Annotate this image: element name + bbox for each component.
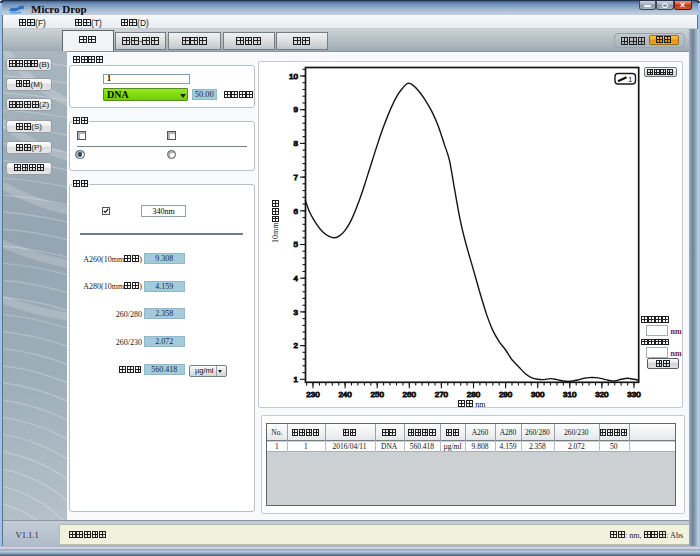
svg-text:8: 8 (294, 139, 299, 148)
svg-text:6: 6 (294, 207, 299, 216)
svg-text:230: 230 (306, 390, 320, 399)
svg-text:330: 330 (627, 390, 641, 399)
svg-text:250: 250 (371, 390, 385, 399)
svg-text:310: 310 (563, 390, 577, 399)
svg-text:10: 10 (289, 72, 298, 81)
svg-text:5: 5 (294, 240, 299, 249)
svg-text:320: 320 (595, 390, 609, 399)
svg-text:7: 7 (294, 173, 299, 182)
svg-text:270: 270 (435, 390, 449, 399)
svg-text:280: 280 (467, 390, 481, 399)
svg-text:1: 1 (294, 375, 299, 384)
svg-text:2: 2 (294, 341, 299, 350)
svg-text:240: 240 (338, 390, 352, 399)
svg-text:300: 300 (531, 390, 545, 399)
svg-text:3: 3 (294, 308, 299, 317)
svg-text:260: 260 (403, 390, 417, 399)
svg-text:4: 4 (294, 274, 299, 283)
svg-text:9: 9 (294, 105, 299, 114)
svg-text:1: 1 (628, 75, 633, 84)
svg-text:290: 290 (499, 390, 513, 399)
